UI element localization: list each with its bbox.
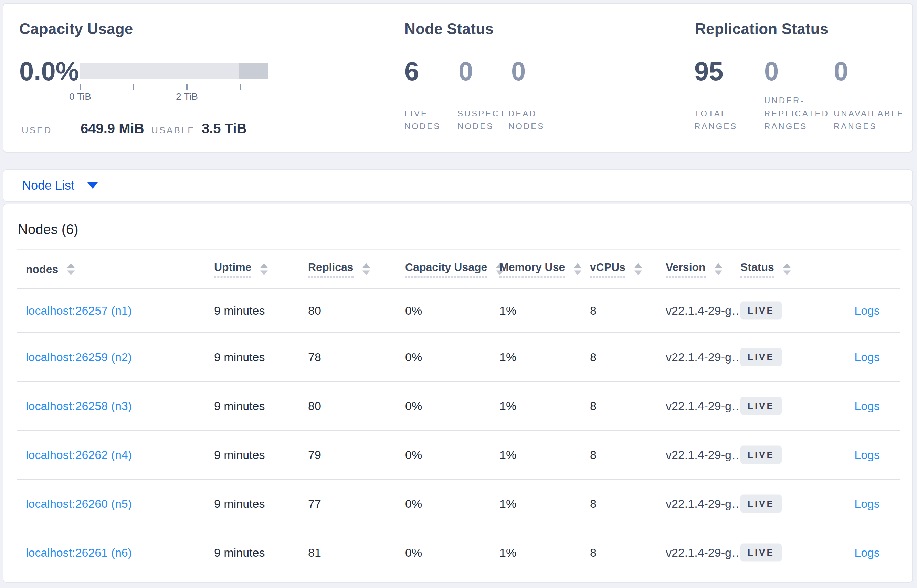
node-status-title: Node Status: [404, 20, 494, 37]
live-nodes-count: 6: [404, 58, 419, 84]
replicas-cell: 79: [308, 448, 321, 462]
capacity-usage-cell: 0%: [405, 448, 422, 462]
column-header-label: Capacity Usage: [405, 261, 487, 278]
node-list-dropdown[interactable]: Node List: [22, 170, 98, 201]
status-badge: LIVE: [740, 495, 782, 513]
live-nodes-label: LIVE NODES: [404, 107, 456, 132]
column-header-memory-use[interactable]: Memory Use: [499, 261, 581, 278]
table-row: localhost:26261 (n6) 9 minutes 81 0% 1% …: [16, 528, 900, 577]
column-header-label: Memory Use: [499, 261, 565, 278]
column-header-status[interactable]: Status: [740, 261, 791, 278]
version-cell: v22.1.4-29-g…: [666, 304, 743, 317]
vcpus-cell: 8: [590, 448, 597, 462]
logs-link[interactable]: Logs: [854, 546, 880, 559]
status-badge: LIVE: [740, 446, 782, 464]
unavailable-ranges-count: 0: [834, 58, 848, 84]
status-badge: LIVE: [740, 544, 782, 562]
table-row: localhost:26259 (n2) 9 minutes 78 0% 1% …: [16, 333, 900, 382]
vcpus-cell: 8: [590, 304, 597, 317]
replicas-cell: 80: [308, 304, 321, 317]
memory-use-cell: 1%: [499, 399, 516, 413]
status-badge: LIVE: [740, 302, 782, 320]
column-header-replicas[interactable]: Replicas: [308, 261, 370, 278]
node-address-link[interactable]: localhost:26259 (n2): [26, 351, 132, 363]
uptime-cell: 9 minutes: [214, 497, 265, 510]
table-row: localhost:26257 (n1) 9 minutes 80 0% 1% …: [16, 289, 900, 333]
vcpus-cell: 8: [590, 351, 597, 364]
vcpus-cell: 8: [590, 546, 597, 559]
logs-cell: Logs: [854, 497, 880, 510]
memory-use-cell: 1%: [499, 497, 516, 510]
version-cell: v22.1.4-29-g…: [666, 351, 743, 364]
replicas-cell: 77: [308, 497, 321, 510]
capacity-usage-cell: 0%: [405, 497, 422, 510]
axis-tick: [132, 84, 134, 89]
column-header-label: Replicas: [308, 261, 354, 278]
capacity-usage-cell: 0%: [405, 351, 422, 364]
node-address-cell: localhost:26259 (n2): [26, 351, 132, 364]
logs-cell: Logs: [854, 546, 880, 559]
column-header-vcpus[interactable]: vCPUs: [590, 261, 642, 278]
nodes-table-card: Nodes (6) nodesUptimeReplicasCapacity Us…: [3, 204, 913, 583]
logs-link[interactable]: Logs: [854, 399, 880, 412]
status-cell: LIVE: [740, 446, 782, 464]
sort-icon: [574, 263, 581, 275]
dead-nodes-label: DEAD NODES: [509, 107, 563, 132]
node-address-link[interactable]: localhost:26260 (n5): [26, 497, 132, 510]
uptime-cell: 9 minutes: [214, 351, 265, 364]
node-address-link[interactable]: localhost:26261 (n6): [26, 546, 132, 559]
uptime-cell: 9 minutes: [214, 304, 265, 317]
memory-use-cell: 1%: [499, 304, 516, 317]
column-header-label: Uptime: [214, 261, 251, 278]
logs-cell: Logs: [854, 399, 880, 413]
logs-link[interactable]: Logs: [854, 304, 880, 317]
status-cell: LIVE: [740, 302, 782, 320]
uptime-cell: 9 minutes: [214, 399, 265, 413]
sort-icon: [362, 263, 370, 275]
status-cell: LIVE: [740, 348, 782, 366]
nodes-table: nodesUptimeReplicasCapacity UsageMemory …: [16, 249, 900, 577]
status-cell: LIVE: [740, 397, 782, 415]
column-header-uptime[interactable]: Uptime: [214, 261, 268, 278]
capacity-usage-bar: [79, 63, 268, 79]
under-replicated-ranges-label: UNDER-REPLICATED RANGES: [764, 94, 833, 132]
node-address-link[interactable]: localhost:26262 (n4): [26, 448, 132, 461]
replicas-cell: 78: [308, 351, 321, 364]
axis-tick-label: 0 TiB: [60, 91, 101, 102]
status-badge: LIVE: [740, 348, 782, 366]
unavailable-ranges-label: UNAVAILABLE RANGES: [834, 107, 915, 132]
logs-cell: Logs: [854, 448, 880, 462]
axis-tick: [186, 84, 187, 89]
sort-icon: [783, 263, 791, 275]
nodes-section-title: Nodes (6): [18, 222, 79, 237]
logs-link[interactable]: Logs: [854, 351, 880, 363]
logs-cell: Logs: [854, 304, 880, 317]
dead-nodes-count: 0: [511, 58, 526, 84]
node-address-cell: localhost:26261 (n6): [26, 546, 132, 559]
version-cell: v22.1.4-29-g…: [666, 546, 743, 559]
column-header-capacity-usage[interactable]: Capacity Usage: [405, 261, 504, 278]
sort-icon: [67, 263, 75, 275]
column-header-version[interactable]: Version: [666, 261, 722, 278]
memory-use-cell: 1%: [499, 546, 516, 559]
used-label: USED: [22, 125, 52, 136]
version-cell: v22.1.4-29-g…: [666, 497, 743, 510]
replicas-cell: 80: [308, 399, 321, 413]
node-address-cell: localhost:26257 (n1): [26, 304, 132, 317]
column-header-nodes[interactable]: nodes: [26, 263, 75, 275]
node-address-cell: localhost:26258 (n3): [26, 399, 132, 413]
logs-link[interactable]: Logs: [854, 448, 880, 461]
status-cell: LIVE: [740, 544, 782, 562]
under-replicated-ranges-count: 0: [764, 58, 779, 84]
total-ranges-label: TOTAL RANGES: [694, 107, 753, 132]
logs-cell: Logs: [854, 351, 880, 364]
capacity-usage-cell: 0%: [405, 304, 422, 317]
node-address-link[interactable]: localhost:26257 (n1): [26, 304, 132, 317]
capacity-usage-title: Capacity Usage: [19, 20, 133, 37]
chevron-down-icon: [87, 183, 98, 189]
total-ranges-count: 95: [694, 58, 723, 84]
vcpus-cell: 8: [590, 497, 597, 510]
node-address-cell: localhost:26260 (n5): [26, 497, 132, 510]
logs-link[interactable]: Logs: [854, 497, 880, 510]
node-address-link[interactable]: localhost:26258 (n3): [26, 399, 132, 412]
